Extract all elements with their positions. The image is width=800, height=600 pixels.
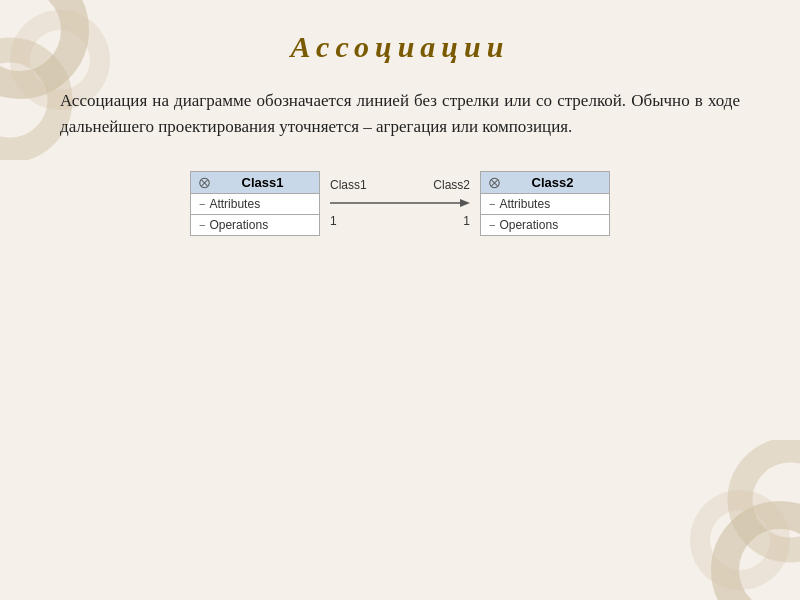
class1-name: Class1	[214, 175, 311, 190]
class1-operations-section: − Operations	[191, 215, 319, 235]
assoc-label-right: Class2	[433, 178, 470, 192]
class2-operations-section: − Operations	[481, 215, 609, 235]
uml-wrapper: ⨂ Class1 − Attributes − Operations Class…	[190, 171, 610, 236]
assoc-mult-left: 1	[330, 214, 337, 228]
svg-marker-7	[460, 199, 470, 207]
association-line-area: Class1 Class2 1 1	[320, 178, 480, 228]
assoc-top-labels: Class1 Class2	[330, 178, 470, 192]
class2-header: ⨂ Class2	[481, 172, 609, 194]
class1-attributes-icon: −	[199, 198, 205, 210]
assoc-bottom-labels: 1 1	[330, 214, 470, 228]
class2-operations-label: Operations	[499, 218, 558, 232]
assoc-label-left: Class1	[330, 178, 367, 192]
assoc-mult-right: 1	[463, 214, 470, 228]
class1-header: ⨂ Class1	[191, 172, 319, 194]
class2-operations-icon: −	[489, 219, 495, 231]
class1-operations-icon: −	[199, 219, 205, 231]
assoc-line-svg	[330, 194, 470, 212]
uml-class2: ⨂ Class2 − Attributes − Operations	[480, 171, 610, 236]
class1-operations-label: Operations	[209, 218, 268, 232]
class2-attributes-section: − Attributes	[481, 194, 609, 215]
main-content: Ассоциации Ассоциация на диаграмме обозн…	[0, 0, 800, 600]
class2-corner-icon: ⨂	[489, 177, 500, 188]
body-paragraph: Ассоциация на диаграмме обозначается лин…	[60, 88, 740, 141]
uml-diagram: ⨂ Class1 − Attributes − Operations Class…	[60, 171, 740, 236]
class2-attributes-label: Attributes	[499, 197, 550, 211]
class1-attributes-section: − Attributes	[191, 194, 319, 215]
class1-attributes-label: Attributes	[209, 197, 260, 211]
uml-class1: ⨂ Class1 − Attributes − Operations	[190, 171, 320, 236]
class2-attributes-icon: −	[489, 198, 495, 210]
page-title: Ассоциации	[60, 30, 740, 64]
class1-corner-icon: ⨂	[199, 177, 210, 188]
class2-name: Class2	[504, 175, 601, 190]
